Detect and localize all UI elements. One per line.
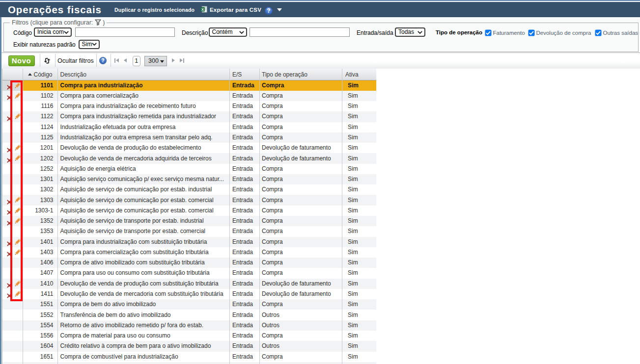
svg-text:X: X bbox=[201, 7, 204, 12]
svg-text:?: ? bbox=[101, 57, 104, 63]
svg-text:?: ? bbox=[267, 7, 270, 14]
